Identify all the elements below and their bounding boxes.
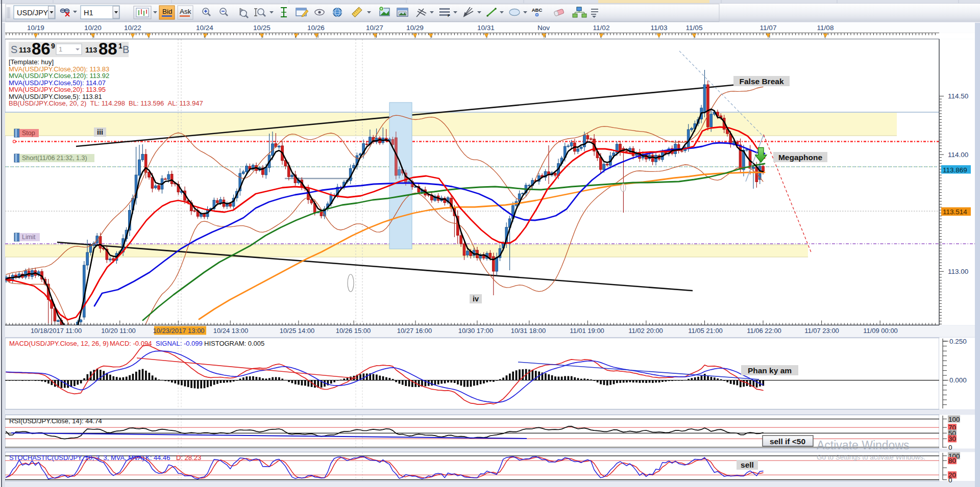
svg-text:HISTOGRAM: 0.005: HISTOGRAM: 0.005	[204, 340, 264, 347]
svg-text:Limit: Limit	[22, 234, 36, 241]
svg-text:10/22: 10/22	[124, 24, 141, 32]
svg-text:10/29: 10/29	[406, 24, 424, 32]
svg-text:113.00: 113.00	[948, 268, 968, 275]
svg-text:USD/JPY: USD/JPY	[17, 9, 48, 17]
svg-text:B: B	[122, 44, 129, 55]
svg-text:1: 1	[118, 42, 122, 50]
svg-text:Go to Settings to activate Win: Go to Settings to activate Windows.	[817, 453, 925, 461]
svg-text:sell: sell	[741, 460, 754, 469]
svg-text:10/24 13:00: 10/24 13:00	[213, 327, 249, 335]
svg-text:0.250: 0.250	[949, 338, 967, 345]
svg-text:BB(USD/JPY.Close, 20, 2) TL:: BB(USD/JPY.Close, 20, 2) TL: 114.298 BL:…	[9, 99, 203, 107]
svg-text:0.000: 0.000	[949, 376, 967, 384]
svg-text:11/01 19:00: 11/01 19:00	[570, 327, 604, 335]
svg-text:STOCHASTIC(USD/JPY, 10, 3, 3,: STOCHASTIC(USD/JPY, 10, 3, 3, MVA, MVA)	[9, 454, 144, 462]
svg-text:Phan ky am: Phan ky am	[748, 366, 792, 375]
svg-text:11/02: 11/02	[593, 24, 610, 32]
svg-text:10/20: 10/20	[84, 24, 102, 32]
svg-text:11/03: 11/03	[651, 24, 668, 32]
svg-text:113.514: 113.514	[943, 208, 967, 216]
svg-text:K: 44.46: K: 44.46	[145, 454, 170, 462]
svg-text:30: 30	[948, 435, 956, 443]
svg-text:10/25: 10/25	[253, 24, 271, 32]
svg-text:9: 9	[51, 42, 55, 50]
svg-text:F: F	[448, 13, 450, 18]
svg-text:iii: iii	[97, 128, 103, 136]
svg-text:10/23/2017 13:00: 10/23/2017 13:00	[153, 327, 204, 335]
svg-text:0: 0	[948, 476, 952, 484]
svg-text:ABC: ABC	[532, 7, 543, 13]
svg-text:Ask: Ask	[180, 8, 191, 15]
svg-text:SIGNAL: -0.099: SIGNAL: -0.099	[156, 340, 203, 347]
svg-text:11/02 20:00: 11/02 20:00	[628, 327, 663, 335]
svg-text:RSI(USD/JPY.Close, 14): 44.74: RSI(USD/JPY.Close, 14): 44.74	[9, 417, 102, 425]
svg-text:10/26 15:00: 10/26 15:00	[336, 327, 371, 335]
svg-text:11/08: 11/08	[817, 24, 834, 32]
svg-text:10/24: 10/24	[196, 24, 213, 32]
svg-text:86: 86	[32, 39, 51, 58]
svg-text:D: 28.23: D: 28.23	[176, 454, 201, 462]
svg-text:iv: iv	[473, 295, 479, 303]
svg-text:MACD: -0.094: MACD: -0.094	[110, 340, 152, 347]
svg-text:114.50: 114.50	[948, 92, 968, 100]
svg-text:11/05 21:00: 11/05 21:00	[688, 327, 723, 335]
svg-text:114.00: 114.00	[948, 151, 968, 159]
svg-text:10/19: 10/19	[27, 24, 44, 32]
svg-text:Nov: Nov	[537, 24, 550, 32]
svg-text:113: 113	[19, 46, 31, 54]
svg-text:10/25 14:00: 10/25 14:00	[280, 327, 315, 335]
svg-text:False Break: False Break	[739, 77, 783, 86]
svg-text:Megaphone: Megaphone	[778, 153, 822, 162]
svg-text:10/18/2017 11:00: 10/18/2017 11:00	[31, 327, 82, 335]
svg-text:113: 113	[85, 46, 97, 54]
svg-text:100: 100	[948, 416, 960, 423]
svg-text:88: 88	[99, 39, 117, 58]
svg-text:MACD(USD/JPY.Close, 12, 26, 9): MACD(USD/JPY.Close, 12, 26, 9)	[9, 340, 109, 347]
svg-text:113.869: 113.869	[943, 166, 967, 174]
svg-text:11/07: 11/07	[760, 24, 777, 32]
svg-text:sell if <50: sell if <50	[770, 437, 805, 446]
svg-text:11/07 23:00: 11/07 23:00	[804, 327, 839, 335]
svg-text:S: S	[11, 44, 17, 55]
svg-text:10/31: 10/31	[477, 24, 495, 32]
svg-text:H1: H1	[84, 9, 93, 17]
svg-text:Short(11/06 21:32, 1.3): Short(11/06 21:32, 1.3)	[22, 155, 87, 162]
svg-text:11/06 22:00: 11/06 22:00	[747, 327, 781, 335]
svg-text:0: 0	[948, 444, 952, 451]
svg-text:11/05: 11/05	[686, 24, 703, 32]
svg-text:10/26: 10/26	[307, 24, 325, 32]
svg-text:1: 1	[59, 45, 62, 53]
svg-text:10/31 18:00: 10/31 18:00	[511, 327, 546, 335]
svg-text:Activate Windows: Activate Windows	[817, 439, 910, 452]
svg-text:10/30 17:00: 10/30 17:00	[458, 327, 494, 335]
svg-text:Bid: Bid	[162, 8, 173, 15]
svg-text:10/20 11:00: 10/20 11:00	[101, 327, 136, 335]
svg-text:Stop: Stop	[22, 130, 35, 137]
svg-text:10/27 16:00: 10/27 16:00	[397, 327, 432, 335]
svg-text:80: 80	[948, 457, 956, 465]
svg-text:10/27: 10/27	[366, 24, 383, 32]
svg-text:11/09 00:00: 11/09 00:00	[863, 327, 898, 335]
